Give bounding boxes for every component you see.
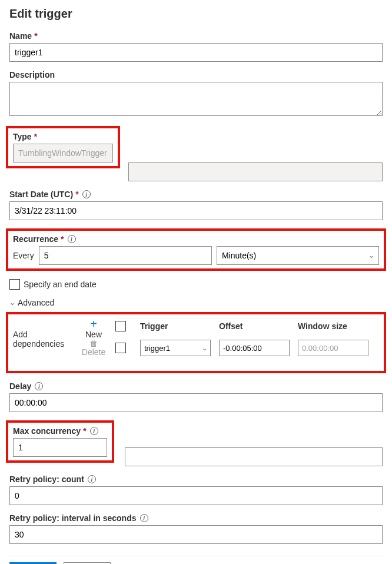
name-input[interactable] xyxy=(9,43,383,62)
max-concurrency-input-ext[interactable] xyxy=(125,447,383,466)
delay-label: Delay i xyxy=(9,381,383,391)
delay-input[interactable] xyxy=(9,393,383,412)
retry-count-label: Retry policy: count i xyxy=(9,475,383,484)
dependencies-header-checkbox[interactable] xyxy=(115,321,126,331)
end-date-label: Specify an end date xyxy=(24,280,97,289)
col-offset: Offset xyxy=(219,321,290,331)
start-date-input[interactable] xyxy=(9,201,383,220)
dependencies-delete-button: Delete xyxy=(82,347,105,357)
info-icon[interactable]: i xyxy=(140,514,148,522)
retry-count-input[interactable] xyxy=(9,486,383,505)
every-label: Every xyxy=(13,251,34,260)
row-offset-input[interactable] xyxy=(219,340,290,356)
row-window-input[interactable] xyxy=(298,340,368,356)
trash-icon: 🗑 xyxy=(89,339,98,347)
page-title: Edit trigger xyxy=(9,7,383,21)
name-field: Name* xyxy=(9,31,383,62)
row-checkbox[interactable] xyxy=(115,343,126,353)
recurrence-every-input[interactable] xyxy=(39,246,212,265)
description-input[interactable] xyxy=(9,82,383,116)
info-icon[interactable]: i xyxy=(35,382,43,390)
retry-interval-label: Retry policy: interval in seconds i xyxy=(9,513,383,523)
type-field: Type* xyxy=(9,126,383,181)
dependencies-new-button[interactable]: New xyxy=(85,330,102,339)
col-window: Window size xyxy=(298,321,368,331)
end-date-checkbox-row: Specify an end date xyxy=(9,279,383,290)
description-field: Description xyxy=(9,70,383,118)
dependencies-label: Add dependencies xyxy=(13,318,72,349)
retry-interval-field: Retry policy: interval in seconds i xyxy=(9,513,383,544)
chevron-down-icon: ⌄ xyxy=(9,298,15,307)
delay-field: Delay i xyxy=(9,381,383,412)
end-date-checkbox[interactable] xyxy=(9,279,20,290)
plus-icon[interactable]: + xyxy=(90,318,97,330)
retry-interval-input[interactable] xyxy=(9,525,383,544)
advanced-toggle[interactable]: ⌄ Advanced xyxy=(9,298,383,307)
type-input-full xyxy=(128,162,383,181)
max-concurrency-field: Max concurrency* i xyxy=(9,420,383,466)
start-date-field: Start Date (UTC)* i xyxy=(9,190,383,220)
type-label: Type* xyxy=(13,132,113,141)
dependencies-section: Add dependencies + New 🗑 Delete Trigger … xyxy=(6,312,386,373)
type-input xyxy=(13,144,113,162)
info-icon[interactable]: i xyxy=(90,427,98,435)
max-concurrency-label: Max concurrency* i xyxy=(13,426,107,436)
col-trigger: Trigger xyxy=(140,321,211,331)
info-icon[interactable]: i xyxy=(82,190,91,198)
start-date-label: Start Date (UTC)* i xyxy=(9,190,383,199)
table-row: ⌄ xyxy=(115,340,379,356)
max-concurrency-input[interactable] xyxy=(13,438,107,457)
row-trigger-select[interactable] xyxy=(140,340,211,356)
description-label: Description xyxy=(9,70,383,79)
info-icon[interactable]: i xyxy=(68,235,76,243)
recurrence-unit-select[interactable] xyxy=(217,246,379,265)
info-icon[interactable]: i xyxy=(88,475,96,483)
retry-count-field: Retry policy: count i xyxy=(9,475,383,505)
name-label: Name* xyxy=(9,31,383,41)
recurrence-label: Recurrence* i xyxy=(13,234,379,244)
recurrence-field: Recurrence* i Every ⌄ xyxy=(6,228,386,271)
